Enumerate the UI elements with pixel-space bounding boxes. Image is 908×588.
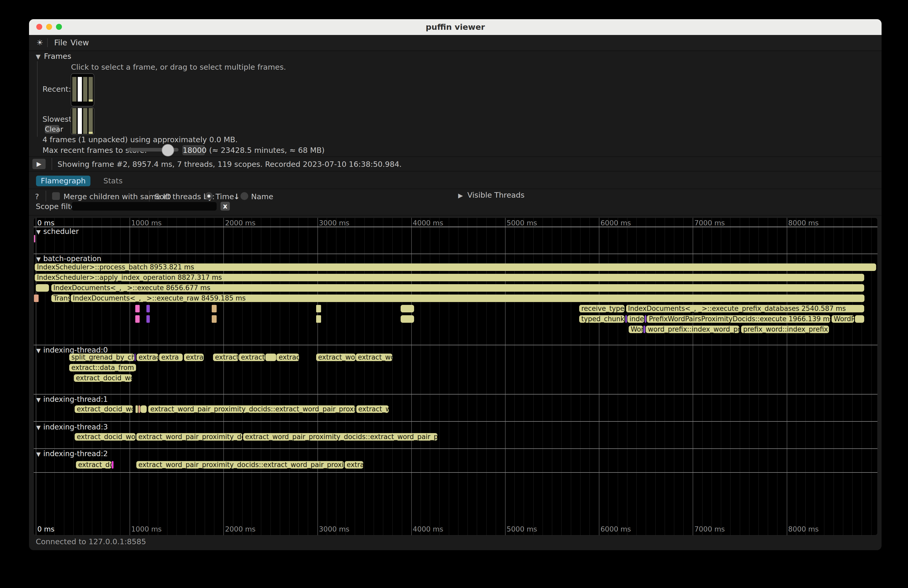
- scope-bar[interactable]: extract_: [213, 353, 238, 361]
- merge-children-checkbox[interactable]: [52, 192, 60, 200]
- max-frames-value[interactable]: 18000: [182, 145, 205, 155]
- scope-bar[interactable]: IndexDocuments<_, _>::execute 8656.677 m…: [51, 284, 864, 292]
- scope-bar[interactable]: [135, 305, 140, 312]
- scope-bar[interactable]: extract_wo: [356, 405, 389, 413]
- scope-filter-input[interactable]: [72, 202, 217, 210]
- scope-bar[interactable]: IndexScheduler>::apply_index_operation 8…: [35, 274, 864, 281]
- sort-time-radio[interactable]: [205, 192, 213, 200]
- visible-threads-header[interactable]: ▶ Visible Threads: [458, 191, 525, 199]
- scope-bar[interactable]: extract_wo: [356, 353, 392, 361]
- thread-header[interactable]: ▼indexing-thread:2: [36, 450, 108, 458]
- scope-bar[interactable]: [316, 305, 321, 312]
- axis-tick-label: 6000 ms: [601, 525, 631, 533]
- scope-bar[interactable]: IndexDocuments<_, _>::execute_prefix_dat…: [626, 305, 865, 312]
- scope-bar[interactable]: [147, 305, 150, 312]
- scope-bar[interactable]: extract_docid_word: [75, 433, 135, 440]
- scope-bar[interactable]: receive_typed_: [579, 305, 625, 312]
- sort-name-radio[interactable]: [240, 192, 248, 200]
- scope-bar[interactable]: [855, 315, 864, 323]
- scope-bar[interactable]: IndexDocuments<_, _>::execute_raw 8459.1…: [71, 294, 865, 302]
- scope-bar[interactable]: [135, 315, 140, 323]
- scope-bar[interactable]: [401, 315, 414, 323]
- scope-bar[interactable]: index: [627, 315, 644, 323]
- scope-bar[interactable]: [645, 315, 646, 323]
- recent-thumbnail[interactable]: [71, 73, 94, 106]
- sort-time-label[interactable]: Time: [216, 192, 234, 201]
- axis-tick-label: 0 ms: [37, 219, 55, 227]
- scope-bar[interactable]: extra: [159, 353, 183, 361]
- frame-bar[interactable]: [83, 108, 87, 134]
- scope-bar[interactable]: extract: [137, 353, 158, 361]
- frames-collapse-header[interactable]: ▼ Frames: [36, 52, 71, 61]
- collapse-triangle-icon: ▼: [36, 451, 41, 458]
- scope-bar[interactable]: [135, 353, 135, 361]
- scope-bar[interactable]: [112, 461, 114, 469]
- scope-bar[interactable]: extract_docid_word: [74, 374, 132, 382]
- theme-toggle-sun-icon[interactable]: ☀: [36, 35, 43, 50]
- sort-name-label[interactable]: Name: [251, 192, 274, 201]
- scope-bar[interactable]: extract_word_pair_proximity_docids::extr…: [148, 405, 355, 413]
- thread-header[interactable]: ▼scheduler: [36, 227, 79, 236]
- thread-header[interactable]: ▼indexing-thread:3: [36, 423, 108, 431]
- scope-bar[interactable]: extract_doc: [76, 461, 111, 469]
- scope-bar[interactable]: IndexScheduler>::process_batch 8953.821 …: [35, 263, 876, 271]
- scope-bar[interactable]: typed_chunk::w: [579, 315, 625, 323]
- scope-bar[interactable]: extrac: [345, 461, 363, 469]
- frame-bar[interactable]: [78, 77, 82, 101]
- scope-filter-clear-button[interactable]: x: [221, 202, 230, 210]
- slowest-thumbnail[interactable]: [71, 107, 94, 135]
- play-button[interactable]: ▶: [32, 159, 46, 169]
- scope-bar[interactable]: [644, 326, 645, 333]
- scope-bar[interactable]: [401, 305, 414, 312]
- scope-bar[interactable]: [266, 353, 276, 361]
- clear-button[interactable]: Clear: [45, 125, 60, 133]
- thread-header[interactable]: ▼indexing-thread:1: [36, 395, 108, 403]
- thread-header[interactable]: ▼indexing-thread:0: [36, 346, 108, 354]
- scope-bar[interactable]: prefix_word::index_prefix_wo: [741, 326, 829, 333]
- help-button[interactable]: ?: [35, 192, 39, 201]
- scope-bar[interactable]: [140, 405, 147, 413]
- scope-bar[interactable]: extrac: [184, 353, 204, 361]
- frame-bar[interactable]: [89, 108, 93, 134]
- menu-view[interactable]: View: [71, 35, 89, 50]
- thread-name: indexing-thread:0: [43, 346, 108, 354]
- scope-bar[interactable]: [147, 315, 150, 323]
- frame-bar[interactable]: [72, 77, 76, 101]
- scope-bar[interactable]: PrefixWordPairsProximityDocids::execute …: [647, 315, 830, 323]
- scope-bar[interactable]: [212, 305, 217, 312]
- scope-bar[interactable]: extract_: [239, 353, 265, 361]
- scope-bar[interactable]: extract::data_from_ob: [69, 364, 136, 371]
- scope-bar[interactable]: extract_word_pair_proximity_docids: [136, 433, 242, 440]
- frame-bar[interactable]: [83, 77, 87, 101]
- scope-bar[interactable]: extract: [277, 353, 299, 361]
- scope-bar[interactable]: [625, 315, 627, 323]
- max-frames-slider-knob[interactable]: [162, 144, 174, 156]
- tab-flamegraph[interactable]: Flamegraph: [36, 176, 90, 186]
- flamegraph-panel[interactable]: 0 ms1000 ms2000 ms3000 ms4000 ms5000 ms6…: [34, 218, 878, 535]
- scope-bar[interactable]: [34, 294, 39, 302]
- thread-header[interactable]: ▼batch-operation: [36, 254, 101, 263]
- scope-bar[interactable]: Trans: [51, 294, 70, 302]
- recent-label: Recent:: [42, 85, 71, 93]
- scope-bar[interactable]: extract_word_pair_proximity_docids::extr…: [136, 461, 344, 469]
- frame-bar[interactable]: [78, 108, 82, 134]
- frame-bar[interactable]: [89, 77, 93, 101]
- scope-bar[interactable]: split_grenad_by_chun: [69, 353, 134, 361]
- tab-stats[interactable]: Stats: [103, 176, 122, 186]
- scope-bar[interactable]: [36, 284, 49, 292]
- scope-bar[interactable]: [316, 315, 321, 323]
- scope-bar[interactable]: [34, 235, 35, 243]
- frame-bar[interactable]: [72, 108, 76, 134]
- scope-bar[interactable]: extract_docid_word: [75, 405, 133, 413]
- axis-tick-label: 7000 ms: [694, 219, 725, 227]
- scope-bar[interactable]: [135, 405, 138, 413]
- scope-bar[interactable]: WordPr: [832, 315, 854, 323]
- menu-file[interactable]: File: [54, 35, 67, 50]
- scope-bar[interactable]: word_prefix::index_word_prefix_: [646, 326, 739, 333]
- scope-bar[interactable]: [212, 315, 217, 323]
- scope-bar[interactable]: extract_word_pair_proximity_docids::extr…: [243, 433, 438, 440]
- scope-bar[interactable]: extract_word: [316, 353, 356, 361]
- scope-bar[interactable]: Word: [629, 326, 643, 333]
- section-separator: [34, 394, 877, 395]
- scope-bar[interactable]: [138, 405, 140, 413]
